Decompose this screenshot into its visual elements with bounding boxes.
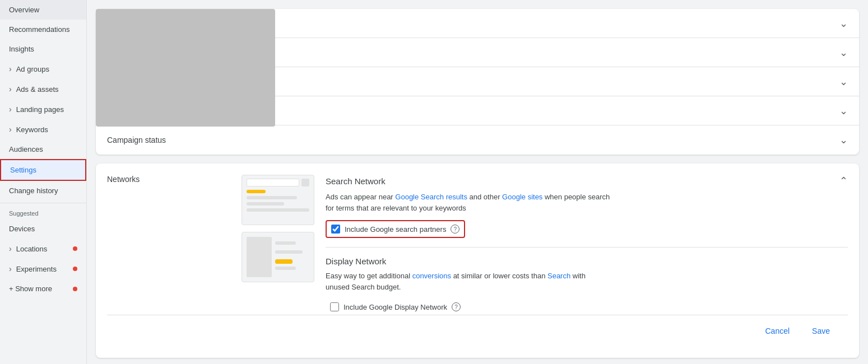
sidebar-item-keywords[interactable]: Keywords [0, 119, 86, 139]
sidebar-item-label: + Show more [9, 284, 52, 293]
customer-acquisition-chevron-icon: ⌄ [839, 76, 848, 88]
locations-dot [73, 246, 77, 251]
display-bar-2 [275, 250, 303, 254]
sidebar-item-show-more[interactable]: + Show more [0, 279, 86, 298]
display-image-placeholder [247, 237, 272, 277]
networks-section: Networks [96, 164, 859, 358]
include-display-network-checkbox[interactable] [330, 302, 339, 311]
experiments-dot [73, 267, 77, 271]
sidebar-item-label: Experiments [16, 265, 57, 273]
sidebar: Overview Recommendations Insights Ad gro… [0, 0, 87, 364]
sidebar-item-label: Overview [9, 6, 39, 14]
campaign-name-chevron-icon: ⌄ [839, 17, 848, 30]
sidebar-item-label: Settings [10, 166, 36, 174]
campaign-status-chevron-icon: ⌄ [839, 134, 848, 146]
search-network-header: Search Network ⌃ [326, 175, 848, 187]
search-network-section: Search Network ⌃ Ads can appear near Goo… [326, 175, 848, 238]
campaign-status-row[interactable]: Campaign status ⌄ [96, 125, 859, 155]
include-display-network-row: Include Google Display Network ? [326, 299, 848, 315]
display-network-section: Display Network Easy way to get addition… [326, 256, 848, 315]
search-illustration [242, 175, 314, 225]
sidebar-item-change-history[interactable]: Change history [0, 181, 86, 200]
sidebar-item-settings[interactable]: Settings [0, 159, 86, 181]
sidebar-item-label: Locations [16, 245, 48, 253]
include-search-partners-label: Include Google search partners [345, 225, 446, 234]
sidebar-item-label: Keywords [16, 125, 48, 134]
display-accent-bar [275, 259, 293, 264]
goals-chevron-icon: ⌄ [839, 46, 848, 59]
illustration-accent-bar [247, 190, 266, 193]
search-network-description: Ads can appear near Google Search result… [326, 192, 848, 213]
sidebar-item-ad-groups[interactable]: Ad groups [0, 59, 86, 79]
networks-label-col: Networks [107, 175, 230, 315]
sidebar-item-overview[interactable]: Overview [0, 0, 86, 20]
display-illustration [242, 232, 314, 282]
sidebar-item-locations[interactable]: Locations [0, 239, 86, 259]
display-text-lines [275, 237, 309, 277]
include-search-partners-row: Include Google search partners ? [326, 220, 465, 238]
show-more-dot [73, 287, 77, 291]
network-divider [326, 247, 848, 248]
include-display-network-label: Include Google Display Network [344, 303, 447, 311]
sidebar-divider [0, 203, 86, 203]
networks-illustration [242, 175, 314, 315]
sidebar-item-label: Devices [9, 225, 35, 233]
illustration-header [247, 179, 309, 186]
illustration-bar-1 [247, 196, 297, 199]
settings-rows-wrapper: Campaign name ⌄ Goals ⌄ Customer acquisi… [96, 9, 859, 155]
sidebar-item-audiences[interactable]: Audiences [0, 139, 86, 159]
sidebar-item-label: Landing pages [16, 105, 64, 114]
footer-actions: Cancel Save [107, 315, 848, 347]
suggested-label: Suggested [0, 206, 86, 219]
display-network-help-icon[interactable]: ? [452, 302, 461, 311]
search-network-collapse-icon[interactable]: ⌃ [839, 175, 848, 187]
illustration-search-icon [301, 179, 309, 186]
sidebar-item-ads-assets[interactable]: Ads & assets [0, 79, 86, 99]
networks-content: Search Network ⌃ Ads can appear near Goo… [326, 175, 848, 315]
sidebar-item-recommendations[interactable]: Recommendations [0, 20, 86, 39]
blur-overlay [96, 9, 275, 127]
main-content: Campaign name ⌄ Goals ⌄ Customer acquisi… [87, 0, 868, 364]
display-network-description: Easy way to get additional conversions a… [326, 270, 848, 292]
display-bar-1 [275, 241, 296, 245]
search-partners-help-icon[interactable]: ? [451, 225, 459, 234]
sidebar-item-landing-pages[interactable]: Landing pages [0, 99, 86, 119]
sidebar-item-devices[interactable]: Devices [0, 219, 86, 239]
sidebar-item-insights[interactable]: Insights [0, 39, 86, 59]
networks-grid: Networks [107, 175, 848, 315]
networks-label: Networks [107, 175, 140, 184]
campaign-settings-panel: Campaign name ⌄ Goals ⌄ Customer acquisi… [96, 9, 859, 155]
sidebar-item-label: Change history [9, 186, 58, 195]
display-network-title: Display Network [326, 256, 848, 266]
sidebar-item-label: Insights [9, 45, 34, 53]
illustration-search-box [247, 179, 299, 186]
display-bar-3 [275, 267, 296, 270]
illustration-bar-3 [247, 208, 309, 212]
sidebar-item-label: Ad groups [16, 65, 49, 73]
search-network-title: Search Network [326, 176, 386, 186]
save-button[interactable]: Save [805, 322, 837, 340]
sidebar-item-label: Recommendations [9, 25, 69, 34]
campaign-status-label: Campaign status [107, 136, 230, 144]
cancel-button[interactable]: Cancel [758, 322, 796, 340]
sidebar-item-label: Ads & assets [16, 85, 59, 94]
include-search-partners-checkbox[interactable] [331, 225, 340, 234]
marketing-objective-chevron-icon: ⌄ [839, 105, 848, 117]
sidebar-item-experiments[interactable]: Experiments [0, 259, 86, 279]
illustration-bar-2 [247, 202, 284, 206]
sidebar-item-label: Audiences [9, 145, 43, 153]
